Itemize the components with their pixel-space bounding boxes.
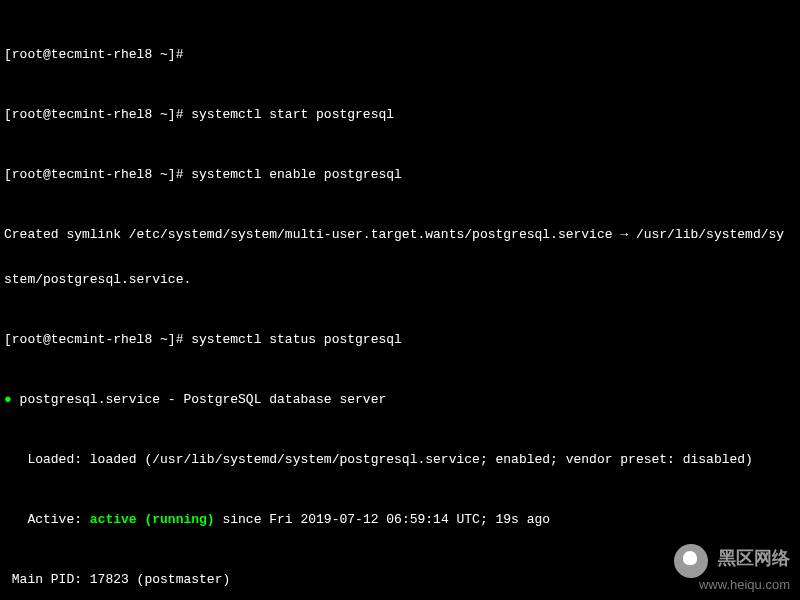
command: systemctl status postgresql (191, 332, 402, 347)
bullet-icon: ● (4, 392, 12, 407)
status-loaded: Loaded: loaded (/usr/lib/systemd/system/… (4, 452, 796, 467)
active-running: active (running) (90, 512, 215, 527)
shell-prompt: [root@tecmint-rhel8 ~]# (4, 332, 191, 347)
prompt-line[interactable]: [root@tecmint-rhel8 ~]# (4, 47, 796, 62)
status-mainpid: Main PID: 17823 (postmaster) (4, 572, 796, 587)
shell-prompt: [root@tecmint-rhel8 ~]# (4, 107, 191, 122)
shell-prompt: [root@tecmint-rhel8 ~]# (4, 167, 191, 182)
shell-prompt: [root@tecmint-rhel8 ~]# (4, 47, 191, 62)
prompt-line[interactable]: [root@tecmint-rhel8 ~]# systemctl start … (4, 107, 796, 122)
output-line: stem/postgresql.service. (4, 272, 796, 287)
command: systemctl start postgresql (191, 107, 394, 122)
status-header: ● postgresql.service - PostgreSQL databa… (4, 392, 796, 407)
status-active: Active: active (running) since Fri 2019-… (4, 512, 796, 527)
command: systemctl enable postgresql (191, 167, 402, 182)
prompt-line[interactable]: [root@tecmint-rhel8 ~]# systemctl status… (4, 332, 796, 347)
output-line: Created symlink /etc/systemd/system/mult… (4, 227, 796, 242)
prompt-line[interactable]: [root@tecmint-rhel8 ~]# systemctl enable… (4, 167, 796, 182)
terminal[interactable]: [root@tecmint-rhel8 ~]# [root@tecmint-rh… (0, 0, 800, 600)
